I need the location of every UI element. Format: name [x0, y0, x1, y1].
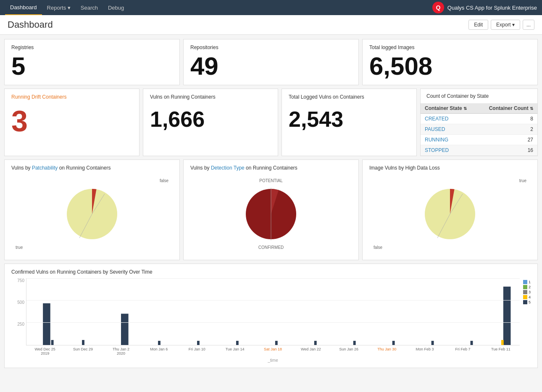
- svg-rect-20: [431, 341, 434, 345]
- svg-rect-12: [121, 314, 129, 345]
- gridline-mid2: [26, 322, 520, 323]
- dashboard-content: Registries 5 Repositories 49 Total logge…: [0, 35, 542, 372]
- svg-rect-17: [314, 341, 317, 345]
- y-axis: 750 500 250: [11, 278, 26, 345]
- legend-label-2: 2: [529, 285, 531, 289]
- col-state-header: Container State ⇅: [421, 103, 478, 114]
- legend-label-1: 1: [529, 280, 531, 284]
- qualys-logo-icon: Q: [432, 2, 444, 13]
- x-label-feb11: Tue Feb 11: [482, 347, 520, 355]
- legend-item-4: 4: [523, 295, 531, 299]
- table-row[interactable]: PAUSED 2: [421, 124, 537, 135]
- more-button[interactable]: ...: [523, 20, 534, 30]
- y-label-500: 500: [11, 300, 24, 305]
- brand-area: Q Qualys CS App for Splunk Enterprise: [432, 2, 537, 13]
- svg-rect-13: [158, 341, 160, 345]
- total-logged-vulns-card: Total Logged Vulns on Containers 2,543: [282, 89, 417, 156]
- registries-label: Registries: [11, 44, 173, 50]
- nav-reports[interactable]: Reports ▾: [42, 0, 76, 15]
- highloss-chart-title: Image Vulns by High Data Loss: [369, 165, 531, 171]
- drift-value: 3: [11, 107, 132, 136]
- registries-card: Registries 5: [4, 39, 180, 85]
- detection-chart-card: Vulns by Detection Type on Running Conta…: [183, 159, 359, 260]
- x-label-dec25: Wed Dec 252019: [26, 347, 64, 355]
- export-button[interactable]: Export ▾: [491, 20, 520, 30]
- legend-label-5: 5: [529, 300, 531, 304]
- svg-rect-22: [503, 287, 511, 345]
- repositories-value: 49: [190, 54, 352, 79]
- svg-rect-18: [353, 341, 356, 345]
- legend-item-1: 1: [523, 280, 531, 284]
- top-navigation: Dashboard Reports ▾ Search Debug Q Qualy…: [0, 0, 542, 15]
- drift-label: Running Drift Containers: [11, 94, 132, 100]
- svg-rect-16: [275, 341, 278, 345]
- legend-color-3: [523, 290, 527, 294]
- vulns-running-value: 1,666: [150, 108, 271, 130]
- state-cell: STOPPED: [421, 145, 478, 156]
- legend-color-5: [523, 300, 527, 304]
- count-cell: 2: [478, 124, 537, 135]
- highloss-pie: true false: [369, 174, 531, 254]
- legend-label-4: 4: [529, 295, 531, 299]
- patchability-pie-svg: [61, 183, 124, 246]
- container-state-table: Container State ⇅ Container Count ⇅ CREA…: [421, 103, 537, 156]
- detection-chart-title: Vulns by Detection Type on Running Conta…: [190, 165, 352, 171]
- patchability-false-label: false: [160, 178, 168, 183]
- bar-chart-inner-area: Wed Dec 252019 Sun Dec 29 Thu Jan 22020 …: [26, 278, 520, 363]
- svg-rect-23: [501, 340, 504, 345]
- container-state-title: Count of Container by State: [421, 89, 537, 103]
- svg-rect-9: [43, 303, 50, 345]
- patchability-true-label: true: [16, 245, 23, 250]
- svg-rect-15: [236, 341, 239, 345]
- table-row[interactable]: RUNNING 27: [421, 135, 537, 145]
- bar-chart-section: Confirmed Vulns on Running Containers by…: [4, 264, 538, 368]
- detection-pie-svg: [239, 183, 303, 246]
- patchability-chart-title: Vulns by Patchability on Running Contain…: [11, 165, 173, 171]
- vulns-running-label: Vulns on Running Containers: [150, 94, 271, 100]
- count-cell: 8: [478, 114, 537, 124]
- svg-rect-10: [51, 340, 54, 345]
- legend-color-4: [523, 295, 527, 299]
- x-label-jan26: Sun Jan 26: [330, 347, 368, 355]
- legend-color-2: [523, 285, 527, 289]
- total-logged-vulns-value: 2,543: [289, 108, 410, 130]
- legend-color-1: [523, 280, 527, 284]
- edit-button[interactable]: Edit: [468, 20, 488, 30]
- brand-name: Qualys CS App for Splunk Enterprise: [447, 5, 537, 11]
- legend-item-2: 2: [523, 285, 531, 289]
- svg-rect-14: [197, 341, 200, 345]
- detection-pie: POTENTIAL CONFIRMED: [190, 174, 352, 254]
- detection-potential-label: POTENTIAL: [259, 178, 283, 183]
- bar-chart-wrapper: 750 500 250: [11, 278, 531, 363]
- svg-rect-21: [471, 341, 473, 345]
- y-label-750: 750: [11, 278, 24, 283]
- legend-item-5: 5: [523, 300, 531, 304]
- registries-value: 5: [11, 54, 173, 79]
- container-state-card: Count of Container by State Container St…: [420, 89, 538, 156]
- table-row[interactable]: CREATED 8: [421, 114, 537, 124]
- highloss-false-label: false: [374, 245, 382, 250]
- legend-label-3: 3: [529, 290, 531, 294]
- x-label-jan14: Tue Jan 14: [216, 347, 254, 355]
- nav-search[interactable]: Search: [76, 0, 103, 15]
- count-cell: 27: [478, 135, 537, 145]
- repositories-card: Repositories 49: [183, 39, 359, 85]
- col-count-header: Container Count ⇅: [478, 103, 537, 114]
- bar-chart-legend: 1 2 3 4 5: [520, 278, 531, 363]
- detection-confirmed-label: CONFIRMED: [258, 245, 284, 250]
- x-label-feb7: Fri Feb 7: [444, 347, 481, 355]
- count-cell: 16: [478, 145, 537, 156]
- x-axis-title: _time: [26, 358, 520, 363]
- table-row[interactable]: STOPPED 16: [421, 145, 537, 156]
- highloss-true-label: true: [519, 178, 526, 183]
- x-label-jan2: Thu Jan 22020: [102, 347, 140, 355]
- legend-item-3: 3: [523, 290, 531, 294]
- top-stats-row: Registries 5 Repositories 49 Total logge…: [4, 39, 538, 85]
- total-logged-vulns-label: Total Logged Vulns on Containers: [289, 94, 410, 100]
- state-cell: PAUSED: [421, 124, 478, 135]
- nav-dashboard[interactable]: Dashboard: [5, 0, 42, 15]
- patchability-pie: false true: [11, 174, 173, 254]
- nav-debug[interactable]: Debug: [103, 0, 129, 15]
- x-axis-labels: Wed Dec 252019 Sun Dec 29 Thu Jan 22020 …: [26, 345, 520, 357]
- x-label-jan22: Wed Jan 22: [292, 347, 330, 355]
